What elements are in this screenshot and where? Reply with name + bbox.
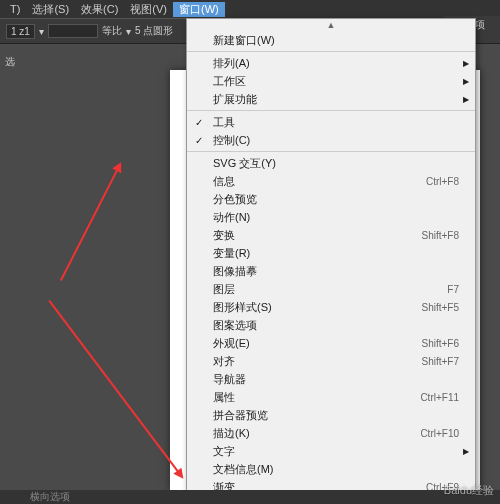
menu-item-label: 变量(R) xyxy=(213,246,250,261)
menu-item[interactable]: 图像描摹 xyxy=(187,262,475,280)
menu-item-label: 描边(K) xyxy=(213,426,250,441)
menu-item[interactable]: 工作区▶ xyxy=(187,72,475,90)
menu-item[interactable]: 导航器 xyxy=(187,370,475,388)
menu-item-label: 分色预览 xyxy=(213,192,257,207)
zoom-dropdown[interactable]: 1 z1 xyxy=(6,24,35,39)
annotation-arrow-1 xyxy=(60,164,121,281)
menu-item-shortcut: Shift+F6 xyxy=(421,338,459,349)
menu-item-label: SVG 交互(Y) xyxy=(213,156,276,171)
menu-item[interactable]: 文档信息(M) xyxy=(187,460,475,478)
stroke-label: 等比 xyxy=(102,24,122,38)
menu-item-label: 图案选项 xyxy=(213,318,257,333)
menu-item[interactable]: ✓控制(C) xyxy=(187,131,475,149)
menu-item[interactable]: 分色预览 xyxy=(187,190,475,208)
menu-item-label: 属性 xyxy=(213,390,235,405)
menu-view[interactable]: 视图(V) xyxy=(124,2,173,17)
menu-item-shortcut: Shift+F7 xyxy=(421,356,459,367)
menu-item-label: 图层 xyxy=(213,282,235,297)
menu-item-label: 控制(C) xyxy=(213,133,250,148)
menu-item[interactable]: 拼合器预览 xyxy=(187,406,475,424)
menu-item-label: 排列(A) xyxy=(213,56,250,71)
menu-item-label: 图形样式(S) xyxy=(213,300,272,315)
menu-item-shortcut: Shift+F8 xyxy=(421,230,459,241)
menu-separator xyxy=(187,110,475,111)
menu-item-label: 对齐 xyxy=(213,354,235,369)
menu-item-label: 信息 xyxy=(213,174,235,189)
menu-item[interactable]: SVG 交互(Y) xyxy=(187,154,475,172)
menu-item-label: 动作(N) xyxy=(213,210,250,225)
menu-item-shortcut: Ctrl+F10 xyxy=(420,428,459,439)
check-icon: ✓ xyxy=(195,135,203,146)
stroke-preview[interactable] xyxy=(48,24,98,38)
menu-item-label: 图像描摹 xyxy=(213,264,257,279)
menu-item[interactable]: 信息Ctrl+F8 xyxy=(187,172,475,190)
menu-item-label: 外观(E) xyxy=(213,336,250,351)
menu-item-shortcut: F7 xyxy=(447,284,459,295)
menu-item-shortcut: Shift+F5 xyxy=(421,302,459,313)
window-menu-dropdown: ▲ 新建窗口(W)排列(A)▶工作区▶扩展功能▶✓工具✓控制(C)SVG 交互(… xyxy=(186,18,476,503)
scroll-up-arrow[interactable]: ▲ xyxy=(187,19,475,31)
watermark: Baidu经验 xyxy=(444,483,494,498)
menu-item-label: 新建窗口(W) xyxy=(213,33,275,48)
menu-item-label: 文字 xyxy=(213,444,235,459)
menu-item[interactable]: 图形样式(S)Shift+F5 xyxy=(187,298,475,316)
submenu-arrow-icon: ▶ xyxy=(463,447,469,456)
submenu-arrow-icon: ▶ xyxy=(463,77,469,86)
menubar: T) 选择(S) 效果(C) 视图(V) 窗口(W) xyxy=(0,0,500,18)
submenu-arrow-icon: ▶ xyxy=(463,59,469,68)
menu-select[interactable]: 选择(S) xyxy=(26,2,75,17)
points-label: 5 点圆形 xyxy=(135,24,173,38)
menu-item[interactable]: ✓工具 xyxy=(187,113,475,131)
menu-item[interactable]: 描边(K)Ctrl+F10 xyxy=(187,424,475,442)
menu-item-label: 变换 xyxy=(213,228,235,243)
menu-separator xyxy=(187,51,475,52)
menu-item-label: 拼合器预览 xyxy=(213,408,268,423)
menu-item[interactable]: 对齐Shift+F7 xyxy=(187,352,475,370)
menu-item-shortcut: Ctrl+F11 xyxy=(420,392,459,403)
menu-item-label: 扩展功能 xyxy=(213,92,257,107)
menu-item-shortcut: Ctrl+F8 xyxy=(426,176,459,187)
menu-separator xyxy=(187,151,475,152)
submenu-arrow-icon: ▶ xyxy=(463,95,469,104)
menu-item-label: 工作区 xyxy=(213,74,246,89)
menu-item-label: 导航器 xyxy=(213,372,246,387)
check-icon: ✓ xyxy=(195,117,203,128)
menu-window[interactable]: 窗口(W) xyxy=(173,2,225,17)
menu-item[interactable]: 新建窗口(W) xyxy=(187,31,475,49)
bottom-bar: 横向选项 xyxy=(0,490,500,504)
menu-item[interactable]: 动作(N) xyxy=(187,208,475,226)
menu-item[interactable]: 变量(R) xyxy=(187,244,475,262)
menu-item[interactable]: 扩展功能▶ xyxy=(187,90,475,108)
menu-t[interactable]: T) xyxy=(4,3,26,15)
menu-item[interactable]: 外观(E)Shift+F6 xyxy=(187,334,475,352)
annotation-arrow-2 xyxy=(48,300,182,477)
menu-item[interactable]: 图案选项 xyxy=(187,316,475,334)
menu-item-label: 文档信息(M) xyxy=(213,462,274,477)
menu-item[interactable]: 属性Ctrl+F11 xyxy=(187,388,475,406)
menu-effect[interactable]: 效果(C) xyxy=(75,2,124,17)
menu-item[interactable]: 排列(A)▶ xyxy=(187,54,475,72)
menu-item-label: 工具 xyxy=(213,115,235,130)
menu-item[interactable]: 变换Shift+F8 xyxy=(187,226,475,244)
menu-item[interactable]: 图层F7 xyxy=(187,280,475,298)
menu-item[interactable]: 文字▶ xyxy=(187,442,475,460)
